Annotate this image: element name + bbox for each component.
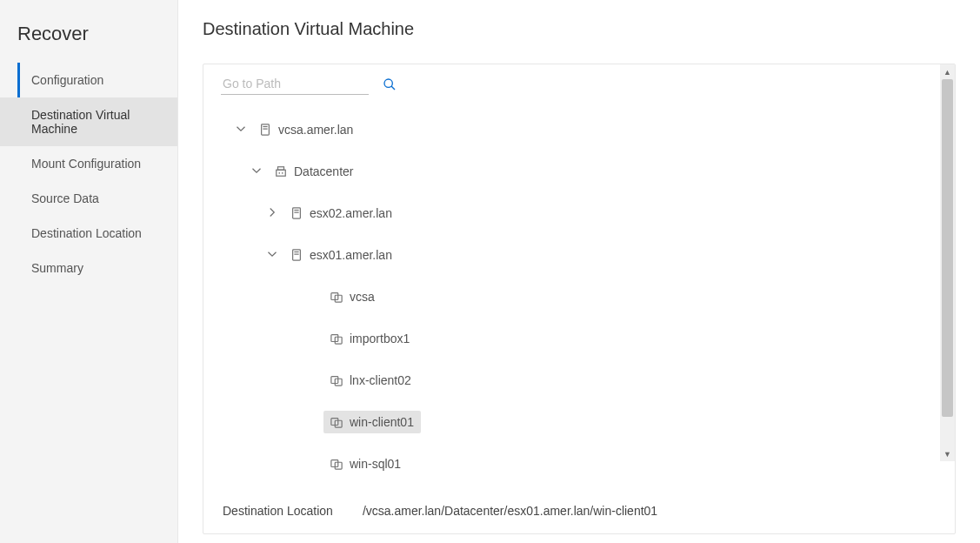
tree-node-vm[interactable]: win-sql01 xyxy=(221,443,937,485)
svg-line-1 xyxy=(391,86,395,90)
vm-icon xyxy=(330,458,343,470)
go-to-path-input[interactable] xyxy=(221,73,369,95)
chevron-down-icon[interactable] xyxy=(261,248,283,262)
tree-node-vcenter[interactable]: vcsa.amer.lan xyxy=(221,109,937,151)
sidebar-item-destination-location[interactable]: Destination Location xyxy=(0,216,177,251)
tree-node-datacenter[interactable]: Datacenter xyxy=(221,151,937,192)
tree-node-label: lnx-client02 xyxy=(350,373,411,387)
sidebar-item-label: Destination Virtual Machine xyxy=(31,108,130,136)
sidebar-title: Recover xyxy=(0,17,177,63)
tree-node-label: esx01.amer.lan xyxy=(310,248,392,262)
sidebar-item-configuration[interactable]: Configuration xyxy=(0,63,177,97)
destination-location-path: /vcsa.amer.lan/Datacenter/esx01.amer.lan… xyxy=(363,504,657,518)
sidebar-nav: Configuration Destination Virtual Machin… xyxy=(0,63,177,285)
tree-node-label: vcsa.amer.lan xyxy=(278,123,353,137)
chevron-down-icon[interactable] xyxy=(230,123,252,137)
tree-node-label: vcsa xyxy=(350,290,375,304)
vm-tree-panel: vcsa.amer.lan xyxy=(203,64,956,534)
main: Destination Virtual Machine xyxy=(178,0,980,543)
host-icon xyxy=(290,249,303,261)
sidebar-item-mount-config[interactable]: Mount Configuration xyxy=(0,146,177,181)
svg-rect-5 xyxy=(277,170,286,176)
svg-point-0 xyxy=(384,79,392,87)
sidebar-item-source-data[interactable]: Source Data xyxy=(0,181,177,216)
scrollbar-up-icon[interactable]: ▲ xyxy=(940,64,955,79)
scrollbar-track[interactable] xyxy=(940,79,955,446)
search-icon[interactable] xyxy=(383,77,397,91)
search-row xyxy=(221,73,937,104)
vm-tree: vcsa.amer.lan xyxy=(221,104,937,485)
scrollbar[interactable]: ▲ ▼ xyxy=(940,64,955,461)
chevron-down-icon[interactable] xyxy=(245,164,268,178)
tree-node-vm[interactable]: vcsa xyxy=(221,276,937,318)
sidebar-item-label: Summary xyxy=(31,261,83,275)
tree-node-label: win-sql01 xyxy=(350,457,401,471)
svg-rect-12 xyxy=(293,250,301,260)
vm-icon xyxy=(330,374,343,386)
svg-rect-9 xyxy=(293,208,301,218)
tree-node-vm[interactable]: lnx-client02 xyxy=(221,359,937,401)
tree-node-host-esx02[interactable]: esx02.amer.lan xyxy=(221,192,937,234)
tree-node-label: esx02.amer.lan xyxy=(310,206,392,220)
vm-icon xyxy=(330,416,343,428)
server-icon xyxy=(259,124,271,136)
tree-node-vm[interactable]: importbox1 xyxy=(221,318,937,359)
scrollbar-thumb[interactable] xyxy=(942,79,953,417)
tree-node-label: win-client01 xyxy=(350,415,414,429)
chevron-right-icon[interactable] xyxy=(261,206,283,220)
destination-location-row: Destination Location /vcsa.amer.lan/Data… xyxy=(203,493,955,533)
sidebar: Recover Configuration Destination Virtua… xyxy=(0,0,178,543)
sidebar-item-label: Source Data xyxy=(31,191,99,205)
sidebar-item-label: Destination Location xyxy=(31,226,142,240)
tree-node-vm-selected[interactable]: win-client01 xyxy=(221,401,937,443)
tree-node-label: importbox1 xyxy=(350,332,410,345)
datacenter-icon xyxy=(275,165,287,178)
tree-node-label: Datacenter xyxy=(294,164,353,178)
tree-node-host-esx01[interactable]: esx01.amer.lan xyxy=(221,234,937,276)
sidebar-item-label: Configuration xyxy=(31,73,103,87)
panel-body: vcsa.amer.lan xyxy=(203,64,955,493)
host-icon xyxy=(290,207,303,219)
svg-rect-2 xyxy=(262,124,270,135)
vm-icon xyxy=(330,332,343,345)
sidebar-item-label: Mount Configuration xyxy=(31,157,141,171)
sidebar-item-summary[interactable]: Summary xyxy=(0,251,177,285)
page-title: Destination Virtual Machine xyxy=(203,19,956,39)
sidebar-item-destination-vm[interactable]: Destination Virtual Machine xyxy=(0,97,177,146)
destination-location-label: Destination Location xyxy=(223,504,333,518)
vm-icon xyxy=(330,291,343,303)
svg-rect-6 xyxy=(278,167,284,171)
scrollbar-down-icon[interactable]: ▼ xyxy=(940,446,955,461)
